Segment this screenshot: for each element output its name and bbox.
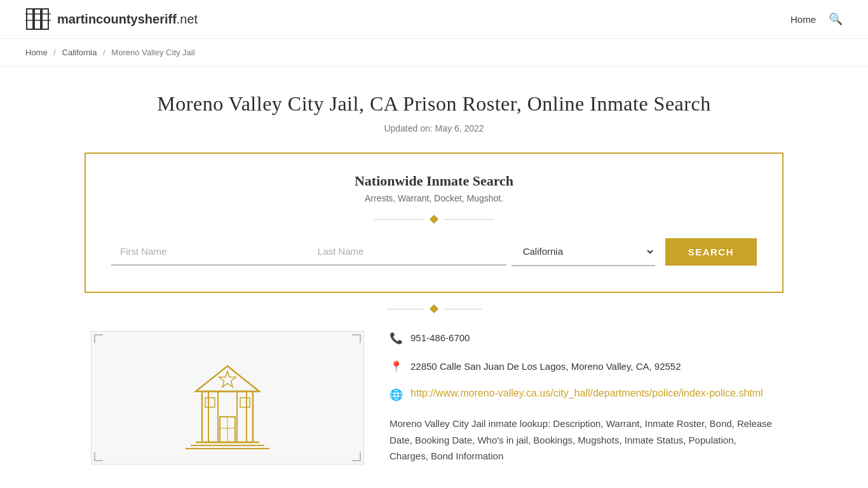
jail-description: Moreno Valley City Jail inmate lookup: D… — [390, 416, 777, 464]
search-toggle-button[interactable]: 🔍 — [829, 12, 843, 26]
logo-text: martincountysheriff.net — [57, 12, 198, 27]
below-divider-line-right — [444, 309, 482, 309]
search-button[interactable]: SEARCH — [665, 238, 757, 266]
website-detail: 🌐 http://www.moreno-valley.ca.us/city_ha… — [390, 388, 777, 402]
page-title: Moreno Valley City Jail, CA Prison Roste… — [13, 92, 855, 116]
courthouse-illustration — [158, 334, 297, 461]
divider-line-right — [444, 219, 494, 220]
info-section: 📞 951-486-6700 📍 22850 Calle San Juan De… — [85, 331, 783, 464]
breadcrumb-sep-2: / — [103, 48, 105, 57]
img-corner-bl — [94, 452, 103, 461]
below-diamond-icon — [430, 304, 438, 313]
below-divider-line-left — [386, 309, 424, 309]
img-corner-tr — [352, 334, 361, 343]
diamond-divider-top — [111, 216, 757, 222]
logo-icon — [25, 8, 51, 30]
svg-rect-12 — [205, 398, 215, 407]
svg-rect-1 — [34, 9, 41, 29]
phone-text: 951-486-6700 — [410, 331, 470, 346]
phone-detail: 📞 951-486-6700 — [390, 331, 777, 346]
svg-rect-0 — [27, 9, 33, 29]
logo[interactable]: martincountysheriff.net — [25, 8, 198, 30]
breadcrumb-home[interactable]: Home — [25, 48, 48, 57]
state-select[interactable]: AlabamaAlaskaArizonaArkansasCaliforniaCo… — [512, 238, 655, 266]
search-form: AlabamaAlaskaArizonaArkansasCaliforniaCo… — [111, 238, 757, 266]
diamond-icon — [430, 215, 438, 224]
search-subheading: Arrests, Warrant, Docket, Mugshot. — [111, 193, 757, 203]
page-title-area: Moreno Valley City Jail, CA Prison Roste… — [0, 67, 868, 140]
location-icon: 📍 — [390, 360, 403, 374]
globe-icon: 🌐 — [390, 388, 403, 402]
divider-line-left — [374, 219, 424, 220]
search-heading: Nationwide Inmate Search — [111, 173, 757, 189]
corner-tr — [773, 152, 783, 163]
breadcrumb-sep-1: / — [53, 48, 56, 57]
first-name-input[interactable] — [111, 238, 309, 266]
nav-home-link[interactable]: Home — [790, 14, 816, 25]
last-name-input[interactable] — [309, 238, 506, 266]
below-search-divider — [0, 306, 868, 312]
website-link[interactable]: http://www.moreno-valley.ca.us/city_hall… — [410, 388, 763, 399]
site-header: martincountysheriff.net Home 🔍 — [0, 0, 868, 39]
breadcrumb-state[interactable]: California — [62, 48, 97, 57]
address-text: 22850 Calle San Juan De Los Lagos, Moren… — [410, 360, 681, 374]
address-detail: 📍 22850 Calle San Juan De Los Lagos, Mor… — [390, 360, 777, 374]
search-container: Nationwide Inmate Search Arrests, Warran… — [85, 152, 783, 293]
phone-icon: 📞 — [390, 332, 403, 345]
jail-image-box — [91, 331, 364, 464]
img-corner-br — [352, 452, 361, 461]
corner-bl — [85, 283, 95, 293]
img-corner-tl — [94, 334, 103, 343]
jail-details-box: 📞 951-486-6700 📍 22850 Calle San Juan De… — [390, 331, 777, 464]
svg-rect-2 — [42, 9, 48, 29]
main-nav: Home 🔍 — [790, 12, 843, 26]
svg-marker-14 — [219, 371, 236, 387]
breadcrumb: Home / California / Moreno Valley City J… — [0, 39, 868, 67]
updated-date: Updated on: May 6, 2022 — [13, 123, 855, 133]
breadcrumb-current: Moreno Valley City Jail — [111, 48, 194, 57]
svg-rect-13 — [240, 398, 250, 407]
